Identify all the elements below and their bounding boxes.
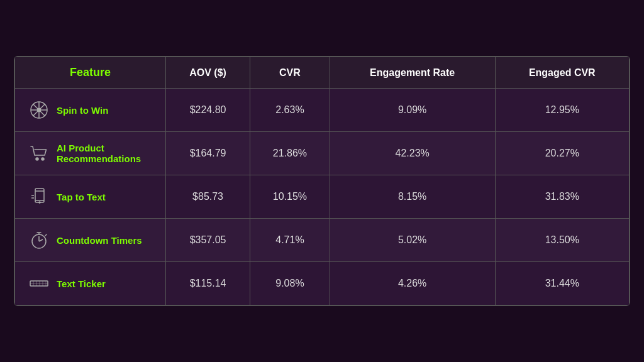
- feature-cell-ai-product-recommendations: AI Product Recommendations: [15, 132, 166, 175]
- feature-label-spin-to-win: Spin to Win: [57, 105, 108, 116]
- aov-ai-product-recommendations: $164.79: [166, 132, 250, 175]
- svg-line-16: [39, 239, 43, 241]
- table-row-spin-to-win: Spin to Win$224.802.63%9.09%12.95%: [15, 89, 630, 132]
- cvr-countdown-timers: 4.71%: [250, 219, 330, 262]
- table-header-row: Feature AOV ($) CVR Engagement Rate Enga…: [15, 57, 630, 89]
- header-engaged-cvr: Engaged CVR: [495, 57, 629, 89]
- timer-icon: [28, 229, 50, 251]
- engaged-cvr-spin-to-win: 12.95%: [495, 89, 629, 132]
- engagement-rate-ai-product-recommendations: 42.23%: [330, 132, 495, 175]
- engaged-cvr-tap-to-text: 31.83%: [495, 175, 629, 219]
- table-row-ai-product-recommendations: AI Product Recommendations$164.7921.86%4…: [15, 132, 630, 175]
- feature-label-countdown-timers: Countdown Timers: [57, 235, 142, 246]
- svg-point-7: [42, 158, 44, 160]
- feature-cell-spin-to-win: Spin to Win: [15, 89, 166, 132]
- feature-cell-text-ticker: Text Ticker: [15, 262, 166, 305]
- feature-label-ai-product-recommendations: AI Product Recommendations: [57, 143, 159, 164]
- feature-label-text-ticker: Text Ticker: [57, 278, 106, 289]
- engagement-rate-countdown-timers: 5.02%: [330, 219, 495, 262]
- comparison-table: Feature AOV ($) CVR Engagement Rate Enga…: [14, 56, 630, 306]
- table-row-tap-to-text: Tap to Text$85.7310.15%8.15%31.83%: [15, 175, 630, 219]
- feature-cell-countdown-timers: Countdown Timers: [15, 219, 166, 262]
- cvr-text-ticker: 9.08%: [250, 262, 330, 305]
- feature-cell-tap-to-text: Tap to Text: [15, 175, 166, 219]
- phone-icon: [28, 185, 50, 208]
- aov-tap-to-text: $85.73: [166, 175, 250, 219]
- aov-countdown-timers: $357.05: [166, 219, 250, 262]
- ticker-icon: [28, 272, 50, 295]
- cvr-ai-product-recommendations: 21.86%: [250, 132, 330, 175]
- cvr-tap-to-text: 10.15%: [250, 175, 330, 219]
- svg-point-11: [39, 202, 40, 203]
- feature-label-tap-to-text: Tap to Text: [57, 192, 106, 202]
- engagement-rate-spin-to-win: 9.09%: [330, 89, 495, 132]
- header-cvr: CVR: [250, 57, 330, 89]
- engagement-rate-tap-to-text: 8.15%: [330, 175, 495, 219]
- cart-icon: [28, 142, 50, 165]
- header-feature: Feature: [15, 57, 166, 89]
- svg-point-6: [36, 158, 38, 160]
- engaged-cvr-countdown-timers: 13.50%: [495, 219, 629, 262]
- table-row-text-ticker: Text Ticker$115.149.08%4.26%31.44%: [15, 262, 630, 305]
- aov-spin-to-win: $224.80: [166, 89, 250, 132]
- aov-text-ticker: $115.14: [166, 262, 250, 305]
- engaged-cvr-ai-product-recommendations: 20.27%: [495, 132, 629, 175]
- spin-icon: [28, 99, 50, 121]
- header-aov: AOV ($): [166, 57, 250, 89]
- engaged-cvr-text-ticker: 31.44%: [495, 262, 629, 305]
- table-row-countdown-timers: Countdown Timers$357.054.71%5.02%13.50%: [15, 219, 630, 262]
- header-engagement-rate: Engagement Rate: [330, 57, 495, 89]
- engagement-rate-text-ticker: 4.26%: [330, 262, 495, 305]
- cvr-spin-to-win: 2.63%: [250, 89, 330, 132]
- svg-point-5: [38, 109, 41, 112]
